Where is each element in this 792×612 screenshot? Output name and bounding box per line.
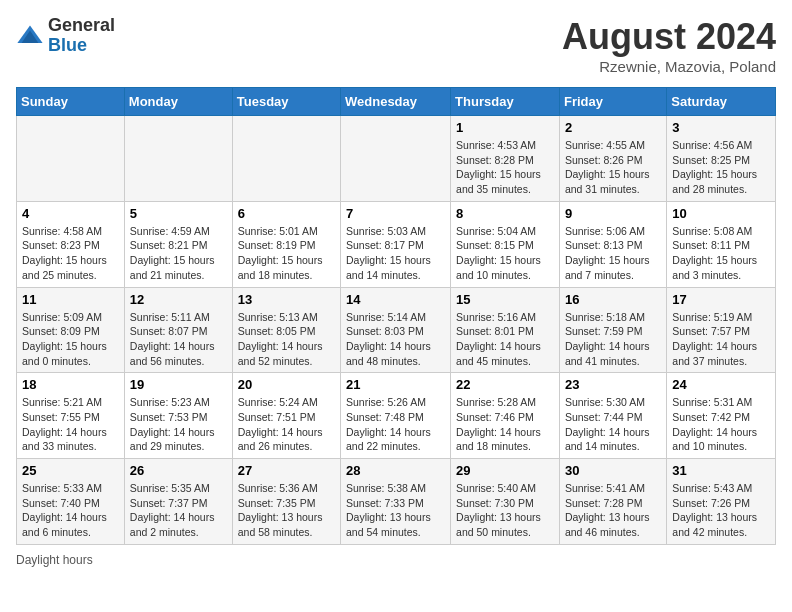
calendar-cell: 15Sunrise: 5:16 AMSunset: 8:01 PMDayligh… bbox=[451, 287, 560, 373]
calendar-cell bbox=[232, 116, 340, 202]
calendar-header: SundayMondayTuesdayWednesdayThursdayFrid… bbox=[17, 88, 776, 116]
calendar-cell: 24Sunrise: 5:31 AMSunset: 7:42 PMDayligh… bbox=[667, 373, 776, 459]
calendar-cell: 31Sunrise: 5:43 AMSunset: 7:26 PMDayligh… bbox=[667, 459, 776, 545]
logo-text: General Blue bbox=[48, 16, 115, 56]
calendar-cell: 23Sunrise: 5:30 AMSunset: 7:44 PMDayligh… bbox=[559, 373, 666, 459]
calendar-cell: 22Sunrise: 5:28 AMSunset: 7:46 PMDayligh… bbox=[451, 373, 560, 459]
day-number: 30 bbox=[565, 463, 661, 478]
calendar-cell: 3Sunrise: 4:56 AMSunset: 8:25 PMDaylight… bbox=[667, 116, 776, 202]
day-info: Sunrise: 5:14 AMSunset: 8:03 PMDaylight:… bbox=[346, 310, 445, 369]
calendar-cell: 9Sunrise: 5:06 AMSunset: 8:13 PMDaylight… bbox=[559, 201, 666, 287]
day-info: Sunrise: 5:06 AMSunset: 8:13 PMDaylight:… bbox=[565, 224, 661, 283]
day-number: 5 bbox=[130, 206, 227, 221]
weekday-header: Thursday bbox=[451, 88, 560, 116]
calendar-cell: 20Sunrise: 5:24 AMSunset: 7:51 PMDayligh… bbox=[232, 373, 340, 459]
weekday-header: Tuesday bbox=[232, 88, 340, 116]
day-info: Sunrise: 5:36 AMSunset: 7:35 PMDaylight:… bbox=[238, 481, 335, 540]
calendar-cell: 25Sunrise: 5:33 AMSunset: 7:40 PMDayligh… bbox=[17, 459, 125, 545]
day-number: 26 bbox=[130, 463, 227, 478]
calendar-cell: 10Sunrise: 5:08 AMSunset: 8:11 PMDayligh… bbox=[667, 201, 776, 287]
day-info: Sunrise: 5:43 AMSunset: 7:26 PMDaylight:… bbox=[672, 481, 770, 540]
title-section: August 2024 Rzewnie, Mazovia, Poland bbox=[562, 16, 776, 75]
day-info: Sunrise: 5:30 AMSunset: 7:44 PMDaylight:… bbox=[565, 395, 661, 454]
day-number: 14 bbox=[346, 292, 445, 307]
day-info: Sunrise: 5:13 AMSunset: 8:05 PMDaylight:… bbox=[238, 310, 335, 369]
day-number: 16 bbox=[565, 292, 661, 307]
calendar-cell: 12Sunrise: 5:11 AMSunset: 8:07 PMDayligh… bbox=[124, 287, 232, 373]
day-number: 9 bbox=[565, 206, 661, 221]
logo-blue: Blue bbox=[48, 36, 115, 56]
calendar-cell: 1Sunrise: 4:53 AMSunset: 8:28 PMDaylight… bbox=[451, 116, 560, 202]
calendar-cell: 16Sunrise: 5:18 AMSunset: 7:59 PMDayligh… bbox=[559, 287, 666, 373]
calendar-cell: 26Sunrise: 5:35 AMSunset: 7:37 PMDayligh… bbox=[124, 459, 232, 545]
day-info: Sunrise: 5:28 AMSunset: 7:46 PMDaylight:… bbox=[456, 395, 554, 454]
day-number: 3 bbox=[672, 120, 770, 135]
day-info: Sunrise: 5:01 AMSunset: 8:19 PMDaylight:… bbox=[238, 224, 335, 283]
day-number: 19 bbox=[130, 377, 227, 392]
logo: General Blue bbox=[16, 16, 115, 56]
day-info: Sunrise: 5:41 AMSunset: 7:28 PMDaylight:… bbox=[565, 481, 661, 540]
day-number: 27 bbox=[238, 463, 335, 478]
logo-general: General bbox=[48, 16, 115, 36]
weekday-header: Saturday bbox=[667, 88, 776, 116]
day-info: Sunrise: 5:11 AMSunset: 8:07 PMDaylight:… bbox=[130, 310, 227, 369]
calendar-week-row: 4Sunrise: 4:58 AMSunset: 8:23 PMDaylight… bbox=[17, 201, 776, 287]
calendar-cell: 17Sunrise: 5:19 AMSunset: 7:57 PMDayligh… bbox=[667, 287, 776, 373]
day-info: Sunrise: 5:19 AMSunset: 7:57 PMDaylight:… bbox=[672, 310, 770, 369]
calendar-week-row: 11Sunrise: 5:09 AMSunset: 8:09 PMDayligh… bbox=[17, 287, 776, 373]
footer-note: Daylight hours bbox=[16, 553, 776, 567]
day-number: 24 bbox=[672, 377, 770, 392]
calendar-cell: 7Sunrise: 5:03 AMSunset: 8:17 PMDaylight… bbox=[341, 201, 451, 287]
calendar-cell: 21Sunrise: 5:26 AMSunset: 7:48 PMDayligh… bbox=[341, 373, 451, 459]
day-number: 25 bbox=[22, 463, 119, 478]
calendar-cell: 18Sunrise: 5:21 AMSunset: 7:55 PMDayligh… bbox=[17, 373, 125, 459]
day-number: 1 bbox=[456, 120, 554, 135]
day-number: 12 bbox=[130, 292, 227, 307]
day-number: 6 bbox=[238, 206, 335, 221]
day-info: Sunrise: 5:31 AMSunset: 7:42 PMDaylight:… bbox=[672, 395, 770, 454]
day-info: Sunrise: 4:55 AMSunset: 8:26 PMDaylight:… bbox=[565, 138, 661, 197]
calendar-cell: 5Sunrise: 4:59 AMSunset: 8:21 PMDaylight… bbox=[124, 201, 232, 287]
calendar-cell bbox=[341, 116, 451, 202]
day-number: 21 bbox=[346, 377, 445, 392]
calendar-cell: 11Sunrise: 5:09 AMSunset: 8:09 PMDayligh… bbox=[17, 287, 125, 373]
logo-icon bbox=[16, 22, 44, 50]
day-number: 11 bbox=[22, 292, 119, 307]
day-number: 22 bbox=[456, 377, 554, 392]
day-info: Sunrise: 5:35 AMSunset: 7:37 PMDaylight:… bbox=[130, 481, 227, 540]
day-number: 10 bbox=[672, 206, 770, 221]
day-info: Sunrise: 4:58 AMSunset: 8:23 PMDaylight:… bbox=[22, 224, 119, 283]
day-number: 2 bbox=[565, 120, 661, 135]
weekday-header: Wednesday bbox=[341, 88, 451, 116]
location: Rzewnie, Mazovia, Poland bbox=[562, 58, 776, 75]
weekday-header: Monday bbox=[124, 88, 232, 116]
day-number: 20 bbox=[238, 377, 335, 392]
weekday-header: Friday bbox=[559, 88, 666, 116]
calendar-cell: 19Sunrise: 5:23 AMSunset: 7:53 PMDayligh… bbox=[124, 373, 232, 459]
calendar-week-row: 25Sunrise: 5:33 AMSunset: 7:40 PMDayligh… bbox=[17, 459, 776, 545]
calendar-cell: 13Sunrise: 5:13 AMSunset: 8:05 PMDayligh… bbox=[232, 287, 340, 373]
day-info: Sunrise: 5:26 AMSunset: 7:48 PMDaylight:… bbox=[346, 395, 445, 454]
calendar-cell: 29Sunrise: 5:40 AMSunset: 7:30 PMDayligh… bbox=[451, 459, 560, 545]
calendar-cell: 28Sunrise: 5:38 AMSunset: 7:33 PMDayligh… bbox=[341, 459, 451, 545]
day-info: Sunrise: 5:23 AMSunset: 7:53 PMDaylight:… bbox=[130, 395, 227, 454]
month-title: August 2024 bbox=[562, 16, 776, 58]
day-number: 29 bbox=[456, 463, 554, 478]
day-info: Sunrise: 5:40 AMSunset: 7:30 PMDaylight:… bbox=[456, 481, 554, 540]
day-number: 17 bbox=[672, 292, 770, 307]
calendar-cell: 14Sunrise: 5:14 AMSunset: 8:03 PMDayligh… bbox=[341, 287, 451, 373]
calendar-body: 1Sunrise: 4:53 AMSunset: 8:28 PMDaylight… bbox=[17, 116, 776, 545]
page-header: General Blue August 2024 Rzewnie, Mazovi… bbox=[16, 16, 776, 75]
calendar-cell: 27Sunrise: 5:36 AMSunset: 7:35 PMDayligh… bbox=[232, 459, 340, 545]
day-info: Sunrise: 5:24 AMSunset: 7:51 PMDaylight:… bbox=[238, 395, 335, 454]
day-info: Sunrise: 5:04 AMSunset: 8:15 PMDaylight:… bbox=[456, 224, 554, 283]
calendar-cell bbox=[17, 116, 125, 202]
calendar-cell: 8Sunrise: 5:04 AMSunset: 8:15 PMDaylight… bbox=[451, 201, 560, 287]
day-info: Sunrise: 5:38 AMSunset: 7:33 PMDaylight:… bbox=[346, 481, 445, 540]
calendar-cell: 2Sunrise: 4:55 AMSunset: 8:26 PMDaylight… bbox=[559, 116, 666, 202]
day-number: 18 bbox=[22, 377, 119, 392]
day-number: 15 bbox=[456, 292, 554, 307]
day-number: 23 bbox=[565, 377, 661, 392]
day-number: 28 bbox=[346, 463, 445, 478]
day-number: 31 bbox=[672, 463, 770, 478]
